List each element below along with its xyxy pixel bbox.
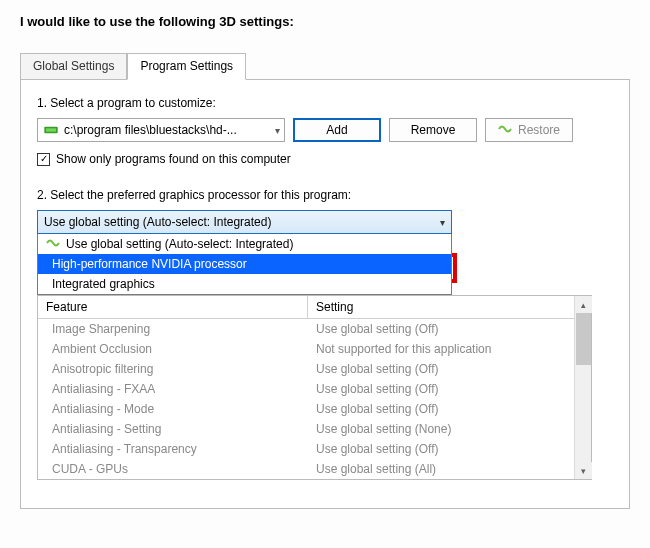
program-settings-panel: 1. Select a program to customize: c:\pro… — [20, 79, 630, 509]
cell-setting: Use global setting (None) — [308, 421, 574, 437]
cell-feature: Antialiasing - Mode — [38, 401, 308, 417]
header-setting[interactable]: Setting — [308, 296, 591, 318]
svg-rect-1 — [46, 128, 56, 131]
page-title: I would like to use the following 3D set… — [20, 14, 630, 29]
header-feature[interactable]: Feature — [38, 296, 308, 318]
cell-setting: Use global setting (Off) — [308, 381, 574, 397]
program-icon — [44, 123, 58, 137]
option-label: Use global setting (Auto-select: Integra… — [66, 237, 293, 251]
cell-setting: Not supported for this application — [308, 341, 574, 357]
step2-label: 2. Select the preferred graphics process… — [37, 188, 613, 202]
table-row[interactable]: Antialiasing - FXAA Use global setting (… — [38, 379, 574, 399]
cell-setting: Use global setting (Off) — [308, 361, 574, 377]
chevron-down-icon: ▾ — [440, 217, 445, 228]
cell-setting: Use global setting (Off) — [308, 321, 574, 337]
option-label: High-performance NVIDIA processor — [52, 257, 247, 271]
option-use-global[interactable]: Use global setting (Auto-select: Integra… — [38, 234, 451, 254]
cell-setting: Use global setting (Off) — [308, 401, 574, 417]
option-integrated-graphics[interactable]: Integrated graphics — [38, 274, 451, 294]
nvidia-logo-icon — [46, 237, 60, 251]
table-row[interactable]: CUDA - GPUs Use global setting (All) — [38, 459, 574, 479]
tab-program-settings[interactable]: Program Settings — [127, 53, 246, 80]
graphics-processor-value: Use global setting (Auto-select: Integra… — [44, 215, 271, 229]
feature-settings-table: Feature Setting Image Sharpening Use glo… — [37, 295, 592, 480]
scroll-thumb[interactable] — [576, 313, 591, 365]
graphics-processor-dropdown: Use global setting (Auto-select: Integra… — [37, 234, 452, 295]
table-row[interactable]: Anisotropic filtering Use global setting… — [38, 359, 574, 379]
program-select[interactable]: c:\program files\bluestacks\hd-... ▾ — [37, 118, 285, 142]
step1-label: 1. Select a program to customize: — [37, 96, 613, 110]
show-only-checkbox[interactable]: ✓ — [37, 153, 50, 166]
settings-window: I would like to use the following 3D set… — [0, 0, 650, 548]
cell-feature: Image Sharpening — [38, 321, 308, 337]
tab-global-settings[interactable]: Global Settings — [20, 53, 127, 79]
scroll-up-button[interactable]: ▴ — [575, 296, 592, 313]
scroll-down-button[interactable]: ▾ — [575, 462, 592, 479]
restore-label: Restore — [518, 123, 560, 137]
cell-setting: Use global setting (All) — [308, 461, 574, 477]
cell-feature: Antialiasing - FXAA — [38, 381, 308, 397]
table-row[interactable]: Antialiasing - Setting Use global settin… — [38, 419, 574, 439]
table-row[interactable]: Image Sharpening Use global setting (Off… — [38, 319, 574, 339]
option-high-performance-nvidia[interactable]: High-performance NVIDIA processor — [38, 254, 451, 274]
program-select-value: c:\program files\bluestacks\hd-... — [64, 123, 237, 137]
table-row[interactable]: Ambient Occlusion Not supported for this… — [38, 339, 574, 359]
cell-feature: Antialiasing - Transparency — [38, 441, 308, 457]
cell-feature: Anisotropic filtering — [38, 361, 308, 377]
graphics-processor-select[interactable]: Use global setting (Auto-select: Integra… — [37, 210, 452, 234]
restore-button[interactable]: Restore — [485, 118, 573, 142]
cell-feature: Ambient Occlusion — [38, 341, 308, 357]
chevron-down-icon: ▾ — [275, 125, 280, 136]
tab-row: Global Settings Program Settings — [20, 51, 630, 79]
remove-button[interactable]: Remove — [389, 118, 477, 142]
show-only-row: ✓ Show only programs found on this compu… — [37, 152, 613, 166]
nvidia-logo-icon — [498, 123, 512, 138]
table-row[interactable]: Antialiasing - Mode Use global setting (… — [38, 399, 574, 419]
table-header: Feature Setting — [38, 296, 591, 319]
scrollbar[interactable]: ▴ ▾ — [574, 296, 591, 479]
option-label: Integrated graphics — [52, 277, 155, 291]
cell-setting: Use global setting (Off) — [308, 441, 574, 457]
dropdown-wrap: Use global setting (Auto-select: Integra… — [37, 234, 452, 295]
cell-feature: CUDA - GPUs — [38, 461, 308, 477]
cell-feature: Antialiasing - Setting — [38, 421, 308, 437]
table-row[interactable]: Antialiasing - Transparency Use global s… — [38, 439, 574, 459]
table-body: Image Sharpening Use global setting (Off… — [38, 319, 591, 479]
add-button[interactable]: Add — [293, 118, 381, 142]
show-only-label: Show only programs found on this compute… — [56, 152, 291, 166]
step1-row: c:\program files\bluestacks\hd-... ▾ Add… — [37, 118, 613, 142]
